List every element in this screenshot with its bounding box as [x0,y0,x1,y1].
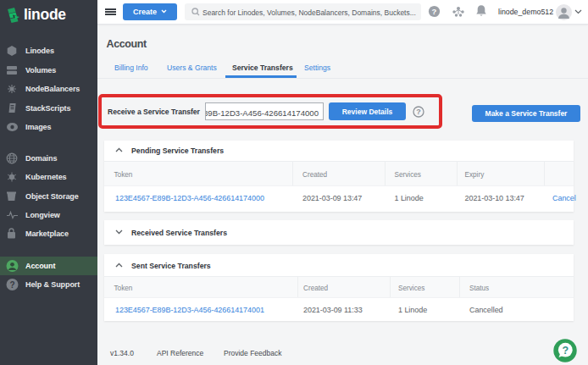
svg-text:?: ? [562,344,569,356]
svg-text:?: ? [432,7,437,16]
svg-text:?: ? [416,108,421,116]
svg-text:?: ? [9,279,14,289]
